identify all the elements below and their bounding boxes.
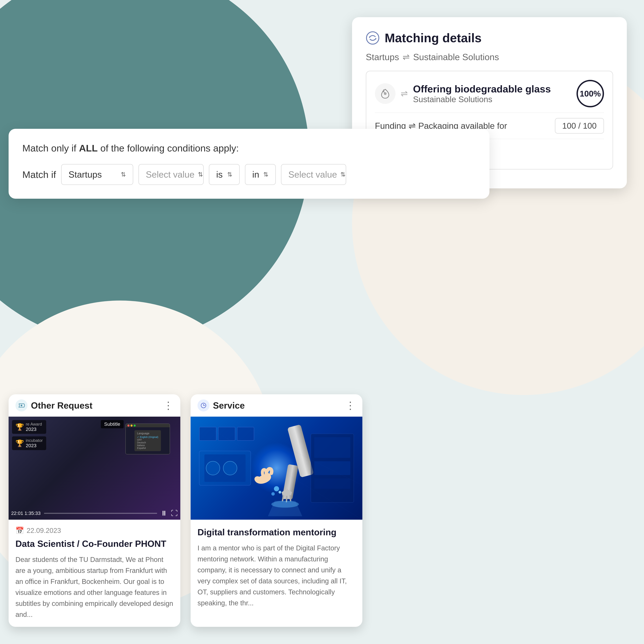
subtitle-bar: Subtitle (101, 420, 124, 428)
request-menu-button[interactable]: ⋮ (163, 399, 173, 411)
robot-illustration (191, 417, 362, 520)
matching-subtitle: Startups ⇌ Sustainable Solutions (366, 52, 613, 62)
lang-selected: ✓ English (Original) (137, 436, 158, 438)
service-card: Service ⋮ (191, 394, 362, 627)
cards-grid: Other Request ⋮ 🏆 re Award 2023 🏆 (9, 394, 362, 627)
matching-header: Matching details (366, 31, 613, 45)
arrows-icon: ⇌ (403, 52, 410, 62)
monitor-min (131, 425, 133, 427)
service-menu-button[interactable]: ⋮ (345, 399, 355, 411)
offer-text: Offering biodegradable glass Sustainable… (413, 83, 571, 104)
select-in-value: in (252, 169, 259, 180)
svg-line-11 (283, 496, 283, 501)
fullscreen-button[interactable]: ⛶ (171, 509, 178, 517)
request-card: Other Request ⋮ 🏆 re Award 2023 🏆 (9, 394, 180, 627)
chevron-is: ⇅ (227, 171, 232, 178)
svg-point-16 (279, 491, 281, 494)
robot-svg (191, 417, 362, 520)
request-tag-label: Other Request (31, 400, 160, 411)
play-button[interactable]: ⏸ (161, 509, 167, 517)
conditions-row: Match if Startups ⇅ Select value ⇅ is ⇅ … (22, 164, 476, 185)
conditions-suffix: of the following conditions apply: (98, 143, 239, 154)
service-card-header: Service ⋮ (191, 394, 362, 417)
request-date: 📅 22.09.2023 (15, 527, 173, 535)
svg-point-0 (366, 32, 379, 44)
chevron-value2: ⇅ (340, 171, 346, 178)
select-is[interactable]: is ⇅ (209, 164, 240, 185)
select-value1[interactable]: Select value ⇅ (138, 164, 204, 185)
award-icon-1: 🏆 (15, 423, 24, 431)
lang-off: OFF (137, 438, 158, 441)
svg-point-2 (21, 405, 22, 406)
svg-point-15 (274, 486, 279, 491)
offer-subtitle: Sustainable Solutions (413, 95, 571, 104)
lang-italiano: Italiano (137, 444, 158, 447)
select-startups-value: Startups (69, 169, 102, 180)
lang-title: Language (137, 432, 158, 435)
percentage-value: 100% (580, 89, 601, 98)
service-title: Digital transformation mentoring (197, 527, 355, 538)
video-time: 22:01 1:35:33 (11, 511, 41, 516)
select-startups[interactable]: Startups ⇅ (61, 164, 133, 185)
chevron-startups: ⇅ (121, 171, 126, 178)
svg-rect-19 (314, 437, 350, 458)
request-tag-icon (15, 399, 27, 411)
calendar-icon: 📅 (15, 527, 24, 535)
subtitle-left: Startups (366, 52, 399, 62)
svg-point-1 (384, 92, 387, 95)
svg-point-17 (271, 492, 275, 496)
service-tag-label: Service (213, 400, 342, 411)
offer-row: ⇌ Offering biodegradable glass Sustainab… (375, 80, 604, 107)
conditions-title: Match only if ALL of the following condi… (22, 143, 476, 154)
offer-title: Offering biodegradable glass (413, 83, 571, 95)
select-value1-text: Select value (146, 169, 194, 180)
matching-title: Matching details (385, 31, 482, 45)
subtitle-right: Sustainable Solutions (413, 52, 499, 62)
chevron-value1: ⇅ (198, 171, 203, 178)
award-year-2: 2023 (26, 443, 43, 448)
select-is-value: is (216, 169, 223, 180)
award-icon-2: 🏆 (15, 439, 24, 447)
monitor-content: Language ✓ English (Original) OFF Deutsc… (126, 427, 170, 454)
subtitle-text: Subtitle (104, 421, 120, 427)
request-description: Dear students of the TU Darmstadt, We at… (15, 554, 173, 620)
conditions-prefix: Match only if (22, 143, 79, 154)
video-controls: 22:01 1:35:33 ⏸ ⛶ (11, 509, 178, 517)
score-badge: 100 / 100 (555, 118, 604, 134)
request-card-header: Other Request ⋮ (9, 394, 180, 417)
request-card-image: 🏆 re Award 2023 🏆 incubator 2023 (9, 417, 180, 520)
request-image-content: 🏆 re Award 2023 🏆 incubator 2023 (9, 417, 180, 520)
award-text-1: re Award 2023 (26, 422, 42, 432)
service-card-image (191, 417, 362, 520)
conditions-bold: ALL (79, 143, 98, 154)
language-menu-display: Language ✓ English (Original) OFF Deutsc… (134, 430, 161, 451)
service-tag-icon (197, 399, 210, 411)
select-in[interactable]: in ⇅ (245, 164, 276, 185)
lang-espanol: Español (137, 447, 158, 449)
matching-icon (366, 31, 380, 45)
conditions-card: Match only if ALL of the following condi… (9, 129, 489, 199)
svg-rect-21 (314, 478, 350, 489)
award-label-2: incubator (26, 438, 43, 443)
offer-icon (375, 83, 396, 104)
service-card-body: Digital transformation mentoring I am a … (191, 520, 362, 615)
request-card-body: 📅 22.09.2023 Data Scientist / Co-Founder… (9, 520, 180, 627)
select-value2[interactable]: Select value ⇅ (281, 164, 346, 185)
award-year-1: 2023 (26, 427, 42, 432)
select-value2-text: Select value (288, 169, 337, 180)
request-title: Data Scientist / Co-Founder PHONT (15, 538, 173, 550)
award-text-2: incubator 2023 (26, 438, 43, 448)
monitor-frame: Language ✓ English (Original) OFF Deutsc… (125, 423, 170, 454)
chevron-in: ⇅ (263, 171, 268, 178)
svg-rect-20 (314, 461, 350, 475)
progress-bar[interactable] (44, 513, 157, 514)
award-badge-1: 🏆 re Award 2023 (12, 420, 46, 434)
award-label-1: re Award (26, 422, 42, 427)
award-badge-2: 🏆 incubator 2023 (12, 436, 46, 450)
lang-deutsch: Deutsch (137, 441, 158, 444)
svg-line-13 (290, 496, 291, 501)
svg-point-7 (223, 461, 237, 475)
monitor-max (134, 425, 136, 427)
match-if-label: Match if (22, 169, 56, 180)
monitor-close (127, 425, 129, 427)
